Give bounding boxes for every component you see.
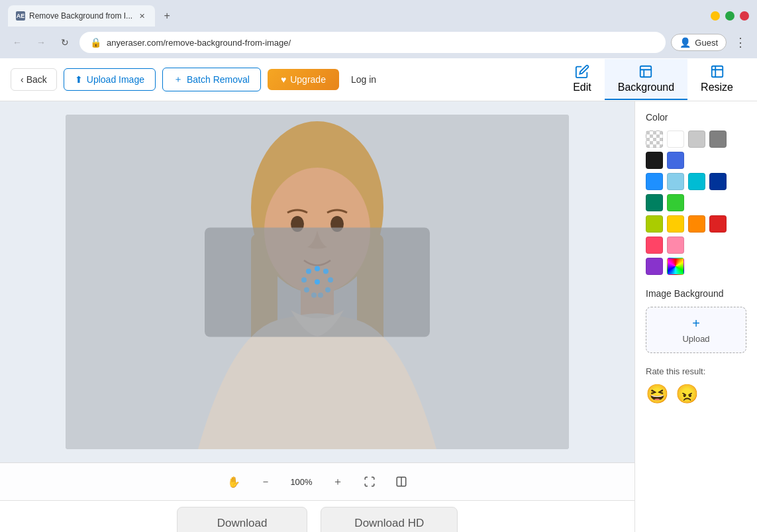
minimize-button[interactable] [711,11,720,21]
download-bar: Download Preview image: 800 × 533 px ⓘ D… [0,500,634,532]
svg-point-16 [306,269,311,274]
color-lime[interactable] [646,215,663,233]
browser-titlebar: AE Remove Background from I... ✕ + [0,0,757,27]
upgrade-button[interactable]: ♥ Upgrade [268,69,339,90]
main-content: ✋ － 100% ＋ Downl [0,101,757,532]
upload-bg-button[interactable]: + Upload [646,307,746,353]
tab-background-label: Background [618,81,674,93]
download-button[interactable]: Download [177,507,308,532]
upload-bg-label: Upload [682,334,709,344]
color-teal[interactable] [688,173,705,190]
color-transparent[interactable] [646,131,663,148]
svg-point-12 [323,269,328,274]
rating-section: Rate this result: 😆 😠 [646,366,746,405]
color-blue[interactable] [646,173,663,190]
tab-background[interactable]: Background [605,59,687,100]
color-yellow[interactable] [667,215,684,233]
toolbar: ‹ Back ⬆ Upload Image ＋ Batch Removal ♥ … [0,58,757,101]
color-light-gray[interactable] [688,131,705,148]
color-rainbow[interactable] [667,258,684,275]
canvas-wrapper[interactable] [0,101,634,462]
color-black[interactable] [646,152,663,169]
batch-removal-button[interactable]: ＋ Batch Removal [162,68,261,91]
edit-icon [575,64,589,79]
upload-image-button[interactable]: ⬆ Upload Image [64,68,156,91]
back-button[interactable]: ‹ Back [11,68,57,91]
image-bg-section: Image Background + Upload [646,288,746,353]
zoom-level: 100% [287,477,317,487]
nav-back-button[interactable]: ← [8,33,26,52]
color-row-1 [646,131,746,169]
download-hd-button[interactable]: Download HD [321,507,458,532]
color-dark-teal[interactable] [646,194,663,211]
canvas-controls: ✋ － 100% ＋ [0,462,634,500]
close-button[interactable] [740,11,749,21]
resize-icon [710,64,725,79]
svg-point-19 [311,293,317,298]
fullscreen-button[interactable] [359,471,380,492]
browser-tab[interactable]: AE Remove Background from I... ✕ [8,5,155,27]
color-pink-red[interactable] [646,237,663,254]
color-gray[interactable] [709,131,727,148]
nav-forward-button[interactable]: → [32,33,50,52]
url-text: anyeraser.com/remove-background-from-ima… [107,38,655,48]
svg-rect-0 [640,66,652,78]
loading-spinner [297,262,337,302]
color-purple[interactable] [646,258,663,275]
svg-point-10 [315,280,320,285]
rating-emojis: 😆 😠 [646,383,746,405]
pan-button[interactable]: ✋ [223,471,244,492]
svg-point-14 [325,288,330,293]
color-pink[interactable] [667,237,684,254]
background-icon [638,64,653,79]
color-green[interactable] [667,194,684,211]
app: ‹ Back ⬆ Upload Image ＋ Batch Removal ♥ … [0,58,757,532]
tab-edit-label: Edit [573,81,591,93]
tab-close-icon[interactable]: ✕ [136,11,147,21]
right-panel: Color [634,101,757,532]
color-dark-blue[interactable] [667,152,684,169]
toolbar-tabs: Edit Background Resize [560,59,746,100]
color-row-4 [646,258,746,275]
login-button[interactable]: Log in [346,69,381,90]
maximize-button[interactable] [725,11,734,21]
split-view-button[interactable] [391,471,412,492]
browser-frame: AE Remove Background from I... ✕ + ← → ↻… [0,0,757,58]
color-row-3 [646,215,746,254]
color-white[interactable] [667,131,684,148]
address-bar[interactable]: 🔒 anyeraser.com/remove-background-from-i… [79,32,666,53]
color-navy[interactable] [709,173,727,190]
svg-point-15 [318,293,323,298]
image-container [66,115,569,449]
zoom-in-button[interactable]: ＋ [327,471,348,492]
plus-icon: ＋ [174,74,183,85]
color-sky-blue[interactable] [667,173,684,190]
color-red[interactable] [709,215,727,233]
color-row-2 [646,173,746,211]
tab-resize-label: Resize [701,81,733,93]
tab-resize[interactable]: Resize [687,59,746,100]
download-section: Download Preview image: 800 × 533 px ⓘ [177,507,308,532]
canvas-area: ✋ － 100% ＋ Downl [0,101,634,532]
image-bg-title: Image Background [646,288,746,299]
tab-edit[interactable]: Edit [560,59,605,100]
heart-icon: ♥ [281,74,286,85]
svg-point-18 [304,288,309,293]
tab-title: Remove Background from I... [29,11,132,21]
browser-menu-button[interactable]: ⋮ [732,32,749,52]
loading-overlay [205,227,430,337]
guest-button[interactable]: 👤 Guest [671,34,727,51]
happy-emoji-button[interactable]: 😆 [646,383,669,405]
svg-point-11 [315,266,320,272]
new-tab-button[interactable]: + [158,7,176,25]
browser-nav: ← → ↻ 🔒 anyeraser.com/remove-background-… [0,27,757,58]
nav-refresh-button[interactable]: ↻ [56,33,74,52]
zoom-out-button[interactable]: － [255,471,276,492]
back-icon: ‹ [21,74,24,85]
angry-emoji-button[interactable]: 😠 [676,383,699,405]
color-orange[interactable] [688,215,705,233]
color-section: Color [646,112,746,275]
upload-bg-icon: + [692,316,700,331]
svg-rect-1 [711,66,723,78]
rating-label: Rate this result: [646,366,746,376]
